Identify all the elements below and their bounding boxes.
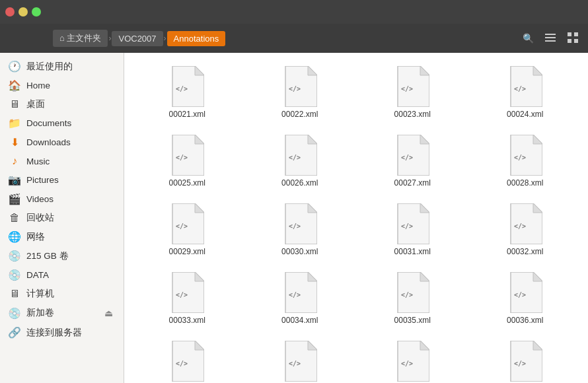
svg-text:</>: </> [176,360,188,367]
list-icon [545,32,556,45]
sidebar-item-music[interactable]: ♪Music [0,152,124,170]
file-icon: </> [170,66,204,107]
file-icon: </> [508,272,542,313]
sidebar: 🕐最近使用的🏠Home🖥桌面📁Documents⬇Downloads♪Music… [0,53,124,383]
file-item[interactable]: </> 00037.xml [132,335,242,383]
sidebar-icon-recent: 🕐 [8,60,21,73]
file-name: 00028.xml [507,178,543,188]
sidebar-label-videos: Videos [26,194,54,204]
file-item[interactable]: </> 00025.xml [132,129,242,193]
svg-text:</>: </> [289,85,301,92]
file-item[interactable]: </> 00035.xml [357,267,468,330]
list-view-button[interactable] [540,28,560,48]
svg-rect-0 [545,34,556,35]
sidebar-item-desktop[interactable]: 🖥桌面 [0,95,124,114]
svg-text:</>: </> [514,154,526,161]
maximize-button[interactable] [32,7,41,17]
file-item[interactable]: </> 00033.xml [132,267,242,330]
sidebar-item-home[interactable]: 🏠Home [0,76,124,95]
sidebar-icon-desktop: 🖥 [8,98,21,110]
file-name: 00027.xml [394,178,431,188]
file-icon: </> [170,203,204,244]
forward-button[interactable] [26,28,46,48]
breadcrumb-item-home[interactable]: ⌂ 主文件夹 [53,30,108,47]
file-item[interactable]: </> 00024.xml [470,61,581,124]
toolbar: ⌂ 主文件夹›VOC2007›Annotations 🔍 [0,24,588,53]
svg-text:</>: </> [176,154,188,161]
svg-rect-1 [545,37,556,38]
toolbar-actions: 🔍 [518,28,583,48]
file-icon: </> [508,135,542,176]
file-item[interactable]: </> 00036.xml [470,267,581,330]
grid-view-button[interactable] [563,28,583,48]
sidebar-icon-newvol: 💿 [8,307,21,320]
file-item[interactable]: </> 00023.xml [357,61,468,124]
sidebar-item-downloads[interactable]: ⬇Downloads [0,133,124,152]
file-item[interactable]: </> 00021.xml [132,61,242,124]
svg-text:</>: </> [289,223,301,230]
sidebar-item-vol215[interactable]: 💿215 GB 卷 [0,246,124,265]
file-name: 00030.xml [281,247,318,256]
sidebar-item-trash[interactable]: 🗑回收站 [0,209,124,227]
file-name: 00023.xml [394,110,431,119]
file-icon: </> [283,272,317,313]
window-controls [5,7,41,17]
breadcrumb-item-annotations[interactable]: Annotations [167,31,226,46]
sidebar-item-pictures[interactable]: 📷Pictures [0,170,124,190]
svg-text:</>: </> [514,291,526,298]
file-item[interactable]: </> 00029.xml [132,198,242,261]
sidebar-icon-network: 🌐 [8,230,21,243]
search-icon: 🔍 [523,33,534,44]
sidebar-item-network[interactable]: 🌐网络 [0,227,124,246]
sidebar-item-videos[interactable]: 🎬Videos [0,190,124,209]
close-button[interactable] [5,7,15,17]
sidebar-label-newvol: 新加卷 [26,307,54,319]
sidebar-item-newvol[interactable]: 💿新加卷⏏ [0,303,124,323]
file-icon: </> [170,135,204,176]
file-item[interactable]: </> 00028.xml [470,129,581,193]
breadcrumb-item-voc2007[interactable]: VOC2007 [112,31,163,46]
svg-text:</>: </> [289,154,301,161]
file-icon: </> [170,341,204,382]
file-icon: </> [508,341,542,382]
back-button[interactable] [5,28,25,48]
file-item[interactable]: </> 00022.xml [245,61,355,124]
nav-buttons [5,28,46,48]
sidebar-label-recent: 最近使用的 [26,61,73,73]
eject-button-newvol[interactable]: ⏏ [102,306,116,320]
svg-text:</>: </> [401,85,413,92]
sidebar-item-recent[interactable]: 🕐最近使用的 [0,57,124,76]
sidebar-item-data[interactable]: 💿DATA [0,265,124,285]
file-grid-container: </> 00021.xml </> 00022.xml </> 00023.xm… [124,53,588,383]
breadcrumb: ⌂ 主文件夹›VOC2007›Annotations [53,30,515,47]
file-item[interactable]: </> 00027.xml [357,129,468,193]
file-icon: </> [508,66,542,107]
file-icon: </> [283,203,317,244]
file-item[interactable]: </> 00031.xml [357,198,468,261]
sidebar-label-desktop: 桌面 [26,98,45,110]
sidebar-item-computer[interactable]: 🖥计算机 [0,285,124,303]
svg-text:</>: </> [514,223,526,230]
sidebar-icon-data: 💿 [8,269,21,281]
sidebar-icon-documents: 📁 [8,117,21,129]
file-item[interactable]: </> 00034.xml [245,267,355,330]
svg-text:</>: </> [401,223,413,230]
sidebar-label-music: Music [26,157,50,166]
file-item[interactable]: </> 00026.xml [245,129,355,193]
minimize-button[interactable] [18,7,28,17]
search-button[interactable]: 🔍 [518,28,538,48]
sidebar-item-server[interactable]: 🔗连接到服务器 [0,323,124,342]
sidebar-label-trash: 回收站 [26,212,54,224]
svg-text:</>: </> [289,360,301,367]
file-item[interactable]: </> 00039.xml [357,335,468,383]
file-item[interactable]: </> 00032.xml [470,198,581,261]
sidebar-item-documents[interactable]: 📁Documents [0,114,124,133]
file-item[interactable]: </> 00038.xml [245,335,355,383]
file-item[interactable]: </> 00040.xml [470,335,581,383]
svg-text:</>: </> [401,291,413,298]
file-name: 00032.xml [507,247,543,256]
svg-text:</>: </> [514,360,526,367]
main-layout: 🕐最近使用的🏠Home🖥桌面📁Documents⬇Downloads♪Music… [0,53,588,383]
svg-text:</>: </> [289,291,301,298]
file-item[interactable]: </> 00030.xml [245,198,355,261]
